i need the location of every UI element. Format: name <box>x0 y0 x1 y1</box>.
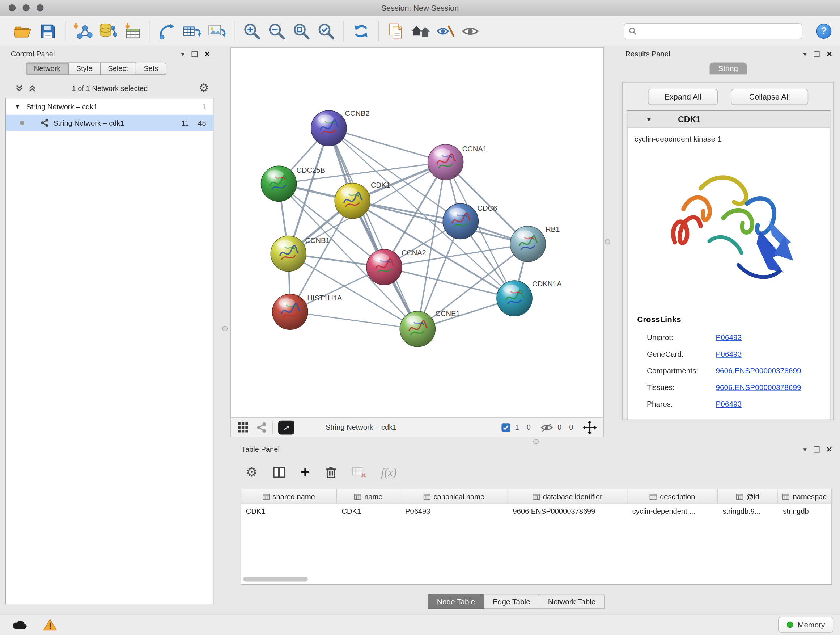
tree-expand-icon[interactable]: ▼ <box>14 103 22 110</box>
crosslink-link[interactable]: P06493 <box>715 399 742 408</box>
network-node[interactable] <box>272 294 308 329</box>
tab-edge-table[interactable]: Edge Table <box>484 594 539 608</box>
network-canvas[interactable]: CCNB2CCNA1CDC25BCDK1CDC6RB1CCNB1CCNA2CDK… <box>231 48 603 417</box>
import-table-icon <box>123 22 142 40</box>
table-options-gear-icon[interactable]: ⚙ <box>246 466 257 479</box>
panel-close-icon[interactable]: × <box>827 49 832 58</box>
entry-description: cyclin-dependent kinase 1 <box>635 135 722 143</box>
column-header[interactable]: canonical name <box>401 489 508 504</box>
expand-all-button[interactable]: Expand All <box>648 89 718 105</box>
collapse-all-button[interactable]: Collapse All <box>731 89 808 105</box>
network-node[interactable] <box>271 236 306 272</box>
crosslink-label: Compartments: <box>647 366 715 375</box>
network-node[interactable] <box>311 111 347 146</box>
copy-network-button[interactable] <box>384 19 409 43</box>
tab-network[interactable]: Network <box>26 63 68 75</box>
column-header[interactable]: namespac <box>778 489 831 504</box>
column-header[interactable]: database identifier <box>508 489 627 504</box>
selected-checkbox-icon[interactable] <box>501 423 511 432</box>
panel-float-icon[interactable] <box>192 51 197 57</box>
crosslink-link[interactable]: P06493 <box>715 349 742 358</box>
network-collection-row[interactable]: ▼ String Network – cdk1 1 <box>6 98 213 115</box>
show-columns-icon[interactable] <box>272 466 286 478</box>
open-in-new-window-button[interactable]: ↗ <box>278 420 294 434</box>
panel-float-icon[interactable] <box>813 446 819 452</box>
hidden-eye-slash-icon[interactable] <box>540 423 554 432</box>
crosslink-row: Uniprot:P06493 <box>647 328 826 345</box>
network-row[interactable]: String Network – cdk1 11 48 <box>6 115 213 131</box>
bottom-splitter-handle[interactable] <box>533 439 538 444</box>
column-header[interactable]: description <box>627 489 718 504</box>
import-table-file-button[interactable] <box>120 19 145 43</box>
network-edge[interactable] <box>384 267 515 298</box>
memory-button[interactable]: Memory <box>778 616 834 633</box>
network-node[interactable] <box>366 249 402 285</box>
search-input[interactable] <box>637 25 797 38</box>
string-home-button[interactable] <box>409 19 433 43</box>
results-panel-title: Results Panel <box>625 50 670 58</box>
refresh-icon <box>352 22 370 40</box>
warning-icon[interactable] <box>43 619 57 631</box>
panel-close-icon[interactable]: × <box>204 49 210 58</box>
left-splitter-handle[interactable] <box>222 326 227 331</box>
apply-layout-button[interactable] <box>349 19 373 43</box>
help-button[interactable]: ? <box>816 24 832 39</box>
hide-selected-button[interactable] <box>433 19 458 43</box>
import-network-file-button[interactable] <box>71 19 95 43</box>
tab-select[interactable]: Select <box>100 63 136 75</box>
tab-sets[interactable]: Sets <box>136 63 166 75</box>
entry-expand-icon[interactable]: ▼ <box>646 116 652 123</box>
new-network-from-selection-button[interactable] <box>155 19 180 43</box>
entry-header[interactable]: ▼ CDK1 <box>627 111 829 128</box>
network-edge[interactable] <box>329 128 417 329</box>
tab-string[interactable]: String <box>710 63 747 74</box>
show-all-button[interactable] <box>458 19 483 43</box>
open-session-button[interactable] <box>11 19 35 43</box>
zoom-fit-button[interactable] <box>289 19 314 43</box>
table-horizontal-scrollbar[interactable] <box>243 577 308 581</box>
export-image-button[interactable] <box>204 19 229 43</box>
right-splitter-handle[interactable] <box>605 239 610 244</box>
panel-menu-icon[interactable]: ▾ <box>803 446 807 453</box>
pan-crosshair-icon[interactable] <box>583 420 597 434</box>
panel-menu-icon[interactable]: ▾ <box>803 50 807 57</box>
network-node[interactable] <box>428 144 463 180</box>
column-header[interactable]: shared name <box>241 489 337 504</box>
network-node[interactable] <box>400 311 435 347</box>
tab-node-table[interactable]: Node Table <box>428 594 485 608</box>
network-share-view-icon[interactable] <box>256 422 267 432</box>
table-row[interactable]: CDK1CDK1P064939606.ENSP00000378699cyclin… <box>241 504 831 518</box>
network-node[interactable] <box>510 226 546 262</box>
tab-style[interactable]: Style <box>69 63 101 75</box>
import-network-database-button[interactable] <box>95 19 120 43</box>
column-header[interactable]: @id <box>718 489 778 504</box>
crosslink-link[interactable]: P06493 <box>715 333 742 341</box>
crosslink-link[interactable]: 9606.ENSP00000378699 <box>715 366 801 375</box>
network-node[interactable] <box>261 166 296 201</box>
tab-network-table[interactable]: Network Table <box>539 594 605 608</box>
save-session-button[interactable] <box>35 19 60 43</box>
crosslink-link[interactable]: 9606.ENSP00000378699 <box>715 383 801 391</box>
export-table-button[interactable] <box>180 19 204 43</box>
function-builder-icon[interactable]: f(x) <box>381 466 396 479</box>
zoom-out-button[interactable] <box>264 19 289 43</box>
add-column-icon[interactable]: + <box>301 464 310 480</box>
delete-table-icon[interactable] <box>352 466 366 478</box>
delete-column-trash-icon[interactable] <box>325 466 337 479</box>
zoom-in-button[interactable] <box>240 19 264 43</box>
cloud-icon[interactable] <box>12 619 27 630</box>
network-node[interactable] <box>497 280 532 316</box>
network-node[interactable] <box>335 183 370 219</box>
panel-menu-icon[interactable]: ▾ <box>181 50 185 57</box>
panel-close-icon[interactable]: × <box>827 445 832 454</box>
panel-float-icon[interactable] <box>813 51 819 57</box>
network-edge[interactable] <box>329 128 446 162</box>
node-table: shared namenamecanonical namedatabase id… <box>240 489 832 585</box>
network-edge[interactable] <box>290 312 418 329</box>
column-header[interactable]: name <box>337 489 401 504</box>
grid-view-icon[interactable] <box>237 422 248 433</box>
toolbar-separator <box>234 21 234 41</box>
network-options-gear-icon[interactable]: ⚙ <box>199 81 209 95</box>
zoom-selected-button[interactable] <box>314 19 338 43</box>
network-node[interactable] <box>443 203 478 239</box>
